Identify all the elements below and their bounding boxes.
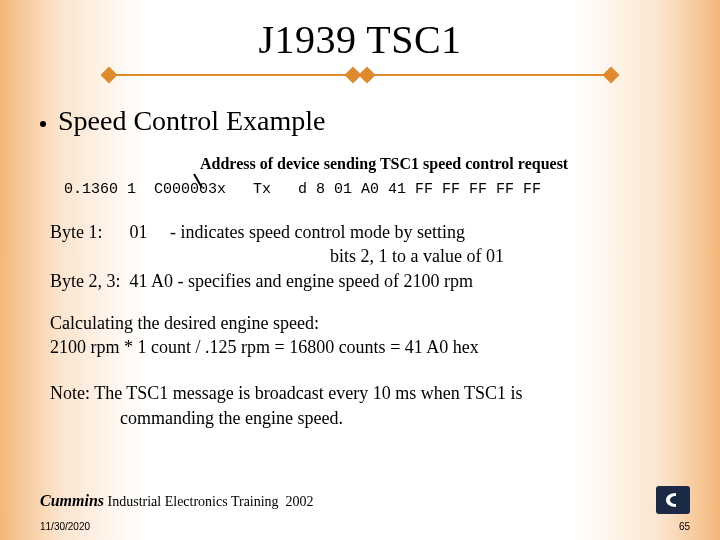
callout-row: Address of device sending TSC1 speed con…: [200, 155, 680, 173]
note-line2: commanding the engine speed.: [50, 406, 680, 430]
footer: Cummins Industrial Electronics Training …: [40, 492, 314, 510]
rule-line: [116, 74, 346, 76]
bullet-icon: [40, 121, 46, 127]
title-wrap: J1939 TSC1: [40, 16, 680, 63]
calculation: Calculating the desired engine speed: 21…: [50, 311, 680, 360]
can-trace-line: 0.1360 1 C000003x Tx d 8 01 A0 41 FF FF …: [64, 181, 680, 198]
page-number: 65: [679, 521, 690, 532]
calc-line2: 2100 rpm * 1 count / .125 rpm = 16800 co…: [50, 335, 680, 359]
diamond-icon: [359, 67, 376, 84]
byte1-line1: Byte 1: 01 - indicates speed control mod…: [50, 220, 680, 244]
byte-explanation: Byte 1: 01 - indicates speed control mod…: [50, 220, 680, 293]
byte23-line: Byte 2, 3: 41 A0 - specifies and engine …: [50, 269, 680, 293]
diamond-icon: [603, 67, 620, 84]
rule-line: [374, 74, 604, 76]
slide: J1939 TSC1 Speed Control Example Address…: [0, 0, 720, 540]
slide-subtitle: Speed Control Example: [58, 105, 326, 137]
title-rule: [40, 69, 680, 81]
callout-text: Address of device sending TSC1 speed con…: [200, 155, 568, 172]
calc-line1: Calculating the desired engine speed:: [50, 311, 680, 335]
footer-brand: Cummins: [40, 492, 104, 509]
slide-title: J1939 TSC1: [258, 16, 461, 63]
diamond-icon: [101, 67, 118, 84]
footer-date: 11/30/2020: [40, 521, 90, 532]
footer-rest: Industrial Electronics Training 2002: [104, 494, 314, 509]
cummins-logo-icon: [656, 486, 690, 514]
byte1-line2: bits 2, 1 to a value of 01: [50, 244, 680, 268]
subtitle-row: Speed Control Example: [40, 105, 680, 137]
note: Note: The TSC1 message is broadcast ever…: [50, 381, 680, 430]
note-line1: Note: The TSC1 message is broadcast ever…: [50, 381, 680, 405]
